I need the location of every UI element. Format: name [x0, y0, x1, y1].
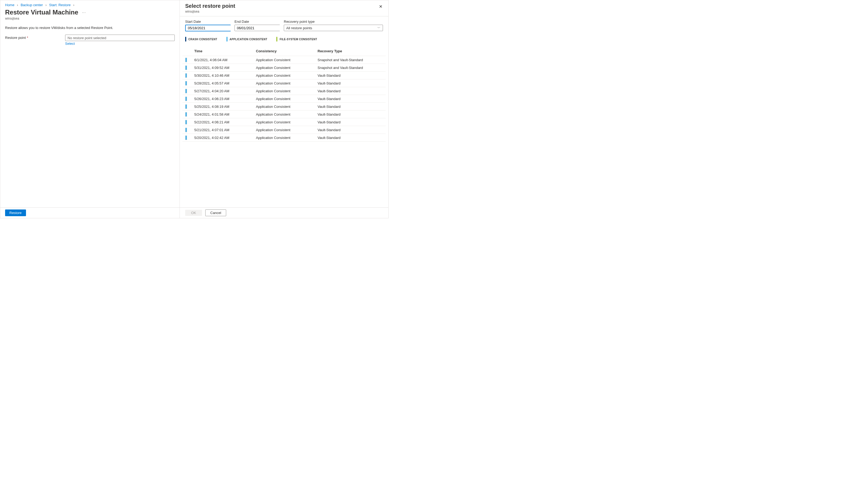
cell-consistency: Application Consistent: [255, 120, 316, 124]
select-restore-point-panel: Select restore point winsqlsea ✕ Start D…: [180, 0, 388, 218]
cell-recovery-type: Vault-Standard: [316, 97, 385, 101]
legend-bar-icon: [185, 37, 186, 41]
consistency-bar-icon: [185, 81, 187, 86]
close-icon[interactable]: ✕: [378, 3, 383, 10]
table-row[interactable]: 5/28/2021, 4:05:57 AMApplication Consist…: [183, 79, 385, 87]
legend-application-consistent: APPLICATION CONSISTENT: [226, 37, 268, 41]
table-row[interactable]: 5/27/2021, 4:04:20 AMApplication Consist…: [183, 87, 385, 95]
breadcrumb: Home › Backup center › Start: Restore ›: [0, 0, 180, 8]
cell-time: 5/21/2021, 4:07:01 AM: [193, 128, 255, 132]
panel-title: Select restore point: [185, 3, 383, 9]
chevron-right-icon: ›: [45, 3, 46, 7]
col-consistency[interactable]: Consistency: [255, 49, 316, 53]
cell-recovery-type: Vault-Standard: [316, 120, 385, 124]
consistency-bar-icon: [185, 96, 187, 101]
consistency-bar-icon: [185, 65, 187, 70]
chevron-down-icon: ﹀: [377, 26, 380, 30]
cell-consistency: Application Consistent: [255, 58, 316, 62]
consistency-bar-icon: [185, 120, 187, 124]
consistency-legend: CRASH CONSISTENT APPLICATION CONSISTENT …: [180, 31, 388, 41]
chevron-right-icon: ›: [73, 3, 74, 7]
table-row[interactable]: 5/20/2021, 4:02:42 AMApplication Consist…: [183, 134, 385, 142]
cell-recovery-type: Snapshot and Vault-Standard: [316, 58, 385, 62]
consistency-bar-icon: [185, 73, 187, 78]
breadcrumb-home[interactable]: Home: [5, 3, 14, 7]
start-date-field[interactable]: [186, 25, 235, 31]
cell-consistency: Application Consistent: [255, 128, 316, 132]
restore-points-table: Time Consistency Recovery Type 6/1/2021,…: [183, 47, 385, 142]
panel-subtitle: winsqlsea: [185, 10, 383, 13]
cell-consistency: Application Consistent: [255, 105, 316, 109]
consistency-bar-icon: [185, 136, 187, 140]
cell-recovery-type: Vault-Standard: [316, 136, 385, 140]
consistency-bar-icon: [185, 112, 187, 117]
restore-vm-blade: Home › Backup center › Start: Restore › …: [0, 0, 180, 218]
cell-consistency: Application Consistent: [255, 81, 316, 85]
cell-time: 5/20/2021, 4:02:42 AM: [193, 136, 255, 140]
cell-recovery-type: Vault-Standard: [316, 128, 385, 132]
cell-consistency: Application Consistent: [255, 74, 316, 78]
cell-recovery-type: Vault-Standard: [316, 74, 385, 78]
cell-recovery-type: Vault-Standard: [316, 89, 385, 93]
page-title: Restore Virtual Machine: [5, 8, 78, 16]
cell-time: 5/25/2021, 4:08:19 AM: [193, 105, 255, 109]
legend-bar-icon: [276, 37, 277, 41]
restore-button[interactable]: Restore: [5, 209, 26, 216]
cell-consistency: Application Consistent: [255, 112, 316, 116]
cell-time: 5/24/2021, 4:01:58 AM: [193, 112, 255, 116]
recovery-point-type-dropdown[interactable]: All restore points ﹀: [284, 25, 383, 31]
table-row[interactable]: 5/24/2021, 4:01:58 AMApplication Consist…: [183, 111, 385, 118]
cell-consistency: Application Consistent: [255, 136, 316, 140]
col-time[interactable]: Time: [193, 49, 255, 53]
table-row[interactable]: 5/21/2021, 4:07:01 AMApplication Consist…: [183, 126, 385, 134]
ok-button: OK: [185, 210, 202, 216]
cell-recovery-type: Vault-Standard: [316, 105, 385, 109]
cell-consistency: Application Consistent: [255, 89, 316, 93]
legend-crash-consistent: CRASH CONSISTENT: [185, 37, 217, 41]
cell-recovery-type: Snapshot and Vault-Standard: [316, 66, 385, 70]
consistency-bar-icon: [185, 128, 187, 132]
cell-time: 5/30/2021, 4:10:46 AM: [193, 74, 255, 78]
cell-consistency: Application Consistent: [255, 66, 316, 70]
start-date-input[interactable]: 📅︎: [185, 25, 231, 31]
restore-point-label: Restore point *: [5, 35, 65, 40]
col-recovery-type[interactable]: Recovery Type: [316, 49, 385, 53]
breadcrumb-start-restore[interactable]: Start: Restore: [49, 3, 70, 7]
recovery-point-type-label: Recovery point type: [284, 20, 383, 24]
cell-recovery-type: Vault-Standard: [316, 112, 385, 116]
consistency-bar-icon: [185, 104, 187, 109]
breadcrumb-backup-center[interactable]: Backup center: [21, 3, 43, 7]
end-date-field[interactable]: [235, 25, 284, 31]
cell-recovery-type: Vault-Standard: [316, 81, 385, 85]
cell-time: 5/28/2021, 4:05:57 AM: [193, 81, 255, 85]
table-row[interactable]: 5/30/2021, 4:10:46 AMApplication Consist…: [183, 72, 385, 79]
legend-file-system-consistent: FILE-SYSTEM CONSISTENT: [276, 37, 317, 41]
consistency-bar-icon: [185, 89, 187, 93]
start-date-label: Start Date: [185, 20, 231, 24]
table-row[interactable]: 5/26/2021, 4:06:23 AMApplication Consist…: [183, 95, 385, 103]
cancel-button[interactable]: Cancel: [205, 209, 226, 216]
restore-point-input[interactable]: [65, 35, 175, 41]
legend-bar-icon: [226, 37, 227, 41]
cell-time: 5/26/2021, 4:06:23 AM: [193, 97, 255, 101]
cell-time: 6/1/2021, 4:06:04 AM: [193, 58, 255, 62]
cell-time: 5/31/2021, 4:09:52 AM: [193, 66, 255, 70]
end-date-label: End Date: [235, 20, 280, 24]
more-menu-icon[interactable]: ···: [82, 10, 86, 15]
select-restore-point-link[interactable]: Select: [65, 41, 75, 46]
cell-consistency: Application Consistent: [255, 97, 316, 101]
table-row[interactable]: 5/31/2021, 4:09:52 AMApplication Consist…: [183, 64, 385, 72]
page-description: Restore allows you to restore VM/disks f…: [0, 20, 180, 30]
table-row[interactable]: 5/25/2021, 4:08:19 AMApplication Consist…: [183, 103, 385, 111]
page-subtitle: winsqlsea: [0, 16, 180, 20]
end-date-input[interactable]: 📅︎: [235, 25, 280, 31]
consistency-bar-icon: [185, 58, 187, 62]
chevron-right-icon: ›: [17, 3, 18, 7]
table-row[interactable]: 6/1/2021, 4:06:04 AMApplication Consiste…: [183, 56, 385, 64]
table-row[interactable]: 5/22/2021, 4:06:21 AMApplication Consist…: [183, 118, 385, 126]
cell-time: 5/22/2021, 4:06:21 AM: [193, 120, 255, 124]
cell-time: 5/27/2021, 4:04:20 AM: [193, 89, 255, 93]
recovery-point-type-value: All restore points: [286, 26, 312, 30]
